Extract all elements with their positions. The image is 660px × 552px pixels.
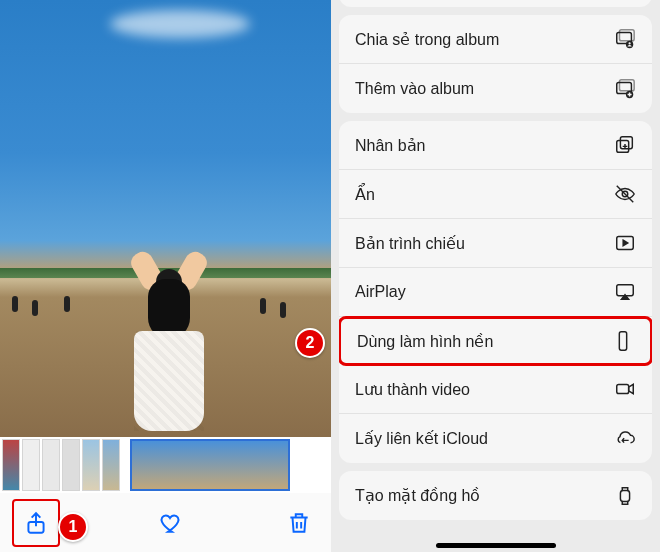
duplicate-icon: [614, 134, 636, 156]
menu-label: Thêm vào album: [355, 80, 474, 98]
thumbnail[interactable]: [42, 439, 60, 491]
album-share-icon: [614, 28, 636, 50]
menu-item-icloud-link[interactable]: Lấy liên kết iCloud: [339, 414, 652, 463]
svg-rect-15: [619, 332, 626, 350]
menu-label: Dùng làm hình nền: [357, 332, 493, 351]
menu-label: Tạo mặt đồng hồ: [355, 486, 480, 505]
thumbnail-selected[interactable]: [130, 439, 290, 491]
airplay-icon: [614, 281, 636, 303]
thumbnail-strip[interactable]: [0, 437, 331, 493]
svg-rect-17: [620, 490, 629, 501]
menu-label: Chia sẻ trong album: [355, 30, 499, 49]
person-subject: [128, 239, 208, 429]
menu-label: Ẩn: [355, 185, 375, 204]
share-highlight: [12, 499, 60, 547]
video-icon: [614, 378, 636, 400]
slideshow-icon: [614, 232, 636, 254]
menu-item-watch-face[interactable]: Tạo mặt đồng hồ: [339, 471, 652, 520]
home-indicator: [436, 543, 556, 548]
photo-main[interactable]: [0, 0, 331, 437]
menu-label: AirPlay: [355, 283, 406, 301]
beach-figure: [280, 302, 286, 318]
menu-item-share-album[interactable]: Chia sẻ trong album: [339, 15, 652, 64]
beach-figure: [12, 296, 18, 312]
thumbnail[interactable]: [22, 439, 40, 491]
menu-label: Lưu thành video: [355, 380, 470, 399]
thumbnail[interactable]: [62, 439, 80, 491]
menu-item-slideshow[interactable]: Bản trình chiếu: [339, 219, 652, 268]
photo-viewer: 1: [0, 0, 331, 552]
menu-label: Bản trình chiếu: [355, 234, 465, 253]
menu-group: Nhân bản Ẩn Bản trình chiếu AirPlay Dùng…: [339, 121, 652, 463]
delete-button[interactable]: [279, 503, 319, 543]
album-add-icon: [614, 78, 636, 100]
favorite-button[interactable]: [150, 503, 190, 543]
menu-item-copy-photo[interactable]: Sao chép ảnh: [339, 0, 652, 7]
annotation-badge-1: 1: [58, 512, 88, 542]
svg-point-5: [626, 41, 633, 48]
heart-icon: [157, 510, 183, 536]
wallpaper-icon: [612, 330, 634, 352]
menu-item-wallpaper[interactable]: Dùng làm hình nền: [339, 316, 652, 366]
trash-icon: [286, 510, 312, 536]
menu-item-hide[interactable]: Ẩn: [339, 170, 652, 219]
menu-label: Lấy liên kết iCloud: [355, 429, 488, 448]
menu-label: Nhân bản: [355, 136, 426, 155]
annotation-badge-2: 2: [295, 328, 325, 358]
beach-figure: [64, 296, 70, 312]
menu-group: Sao chép ảnh: [339, 0, 652, 7]
menu-item-save-video[interactable]: Lưu thành video: [339, 365, 652, 414]
share-icon: [23, 510, 49, 536]
thumbnail[interactable]: [82, 439, 100, 491]
thumbnail[interactable]: [102, 439, 120, 491]
svg-point-6: [628, 42, 630, 44]
thumbnail[interactable]: [2, 439, 20, 491]
beach-figure: [32, 300, 38, 316]
share-button[interactable]: [16, 503, 56, 543]
svg-rect-16: [617, 384, 629, 393]
menu-item-duplicate[interactable]: Nhân bản: [339, 121, 652, 170]
beach-figure: [260, 298, 266, 314]
bottom-toolbar: [0, 493, 331, 552]
cloud-decor: [110, 10, 250, 38]
link-icon: [614, 428, 636, 450]
watch-icon: [614, 485, 636, 507]
menu-item-add-album[interactable]: Thêm vào album: [339, 64, 652, 113]
menu-item-airplay[interactable]: AirPlay: [339, 268, 652, 317]
hide-icon: [614, 183, 636, 205]
share-sheet: Sao chép ảnh Chia sẻ trong album Thêm và…: [331, 0, 660, 552]
menu-group: Chia sẻ trong album Thêm vào album: [339, 15, 652, 113]
menu-group: Tạo mặt đồng hồ: [339, 471, 652, 520]
